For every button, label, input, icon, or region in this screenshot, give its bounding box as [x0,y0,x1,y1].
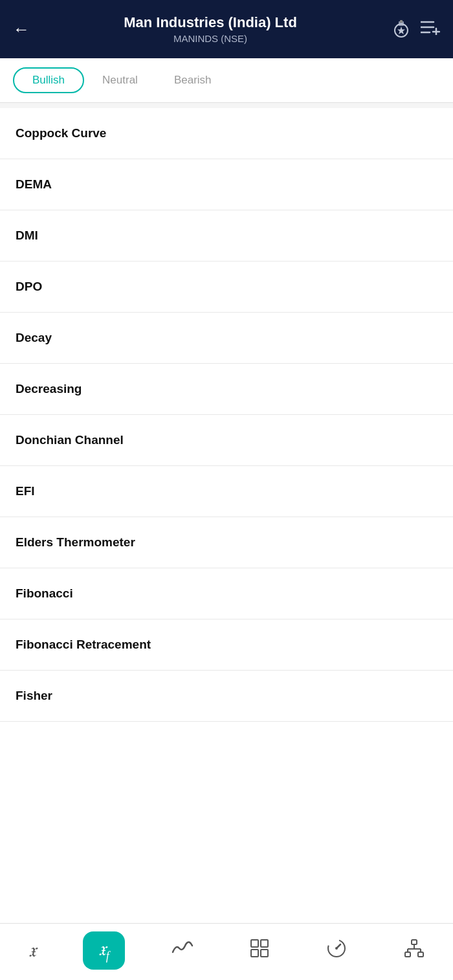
list-item[interactable]: DMI [0,210,453,262]
header-actions [391,17,440,41]
list-item[interactable]: DEMA [0,159,453,210]
list-item[interactable]: EFI [0,466,453,517]
nav-item-grid[interactable] [239,935,280,966]
tree-icon [404,939,425,963]
nav-item-x[interactable]: 𝔵 [18,935,47,966]
back-button[interactable]: ← [13,19,30,39]
add-list-icon[interactable] [421,19,440,39]
list-item[interactable]: Fibonacci Retracement [0,619,453,671]
header: ← Man Industries (India) Ltd MANINDS (NS… [0,0,453,58]
list-container: Coppock Curve DEMA DMI DPO Decay Decreas… [0,108,453,923]
grid-icon [250,939,269,963]
nav-item-chart[interactable] [161,935,204,966]
nav-item-tree[interactable] [393,935,435,966]
svg-rect-17 [405,952,410,957]
speedometer-icon [326,938,347,963]
tab-bearish[interactable]: Bearish [156,69,230,92]
svg-rect-16 [412,940,417,944]
list-item[interactable]: Donchian Channel [0,415,453,466]
list-item[interactable]: Fibonacci [0,568,453,619]
medal-icon[interactable] [391,17,412,41]
svg-rect-10 [261,940,268,947]
xf-script-icon: 𝔵f [98,938,109,963]
svg-rect-11 [251,950,258,957]
nav-item-xf[interactable]: 𝔵f [83,931,125,970]
header-title-block: Man Industries (India) Ltd MANINDS (NSE) [36,14,384,44]
bottom-nav: 𝔵 𝔵f [0,923,453,980]
company-name: Man Industries (India) Ltd [36,14,384,31]
list-item[interactable]: Decay [0,313,453,364]
svg-rect-3 [400,20,403,23]
svg-point-15 [335,947,338,950]
svg-marker-1 [397,27,405,34]
tab-neutral[interactable]: Neutral [84,69,156,92]
svg-rect-9 [251,940,258,947]
list-item-decreasing[interactable]: Decreasing [0,364,453,415]
list-item[interactable]: Coppock Curve [0,108,453,159]
svg-rect-18 [418,952,423,957]
list-item[interactable]: Fisher [0,671,453,722]
chart-icon [171,939,193,962]
tab-bullish[interactable]: Bullish [13,67,84,93]
list-item[interactable]: DPO [0,262,453,313]
x-script-icon: 𝔵 [28,939,36,962]
list-item-elders-thermometer[interactable]: Elders Thermometer [0,517,453,568]
ticker-subtitle: MANINDS (NSE) [36,33,384,44]
svg-rect-12 [261,950,268,957]
tabs-container: Bullish Neutral Bearish [0,58,453,103]
nav-item-speed[interactable] [316,934,357,967]
